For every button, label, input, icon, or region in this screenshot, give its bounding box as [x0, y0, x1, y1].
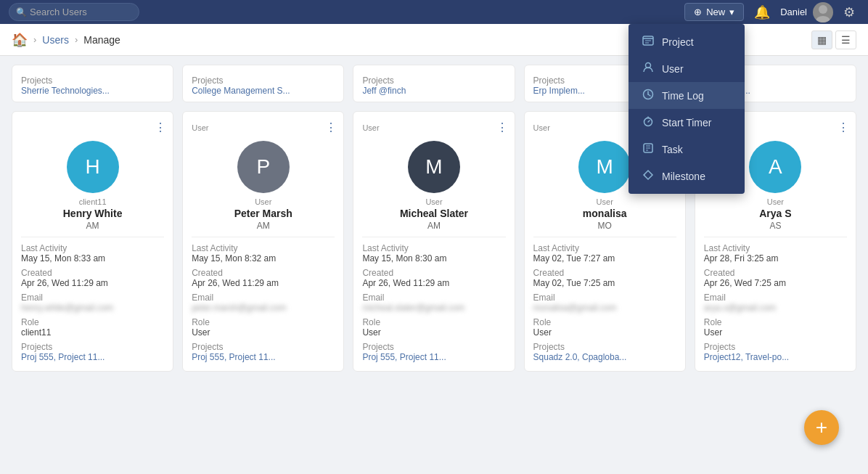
- created-value-henry: Apr 26, Wed 11:29 am: [21, 278, 164, 288]
- projects-value-monalisa: Squadz 2.0, Cpagloba...: [533, 352, 676, 362]
- created-label-monalisa: Created: [533, 268, 676, 278]
- card-name-peter: Peter Marsh: [192, 208, 335, 219]
- card-name-micheal: Micheal Slater: [362, 208, 505, 219]
- settings-button[interactable]: ⚙: [839, 4, 859, 20]
- breadcrumb-sep-1: ›: [33, 34, 36, 45]
- email-value-micheal: micheal.slater@gmail.com: [362, 303, 505, 313]
- dropdown-item-milestone[interactable]: Milestone: [629, 163, 745, 189]
- dropdown-item-user[interactable]: User: [629, 55, 745, 82]
- user-icon: [642, 62, 655, 75]
- svg-point-0: [819, 5, 827, 14]
- dropdown-item-task[interactable]: Task: [629, 136, 745, 163]
- fab-plus-icon: +: [816, 416, 827, 439]
- role-label-peter: Role: [192, 317, 335, 327]
- card-avatar-peter: P: [237, 141, 290, 193]
- timelog-icon: [642, 89, 655, 102]
- card-menu-henry[interactable]: ⋮: [155, 120, 167, 134]
- dropdown-item-project[interactable]: Project: [629, 28, 745, 55]
- dropdown-item-timelog[interactable]: Time Log: [629, 82, 745, 109]
- fab-add-button[interactable]: +: [804, 410, 839, 445]
- chevron-down-icon: ▾: [729, 7, 734, 17]
- email-value-peter: peter.marsh@gmail.com: [192, 303, 335, 313]
- list-view-button[interactable]: ☰: [835, 30, 856, 49]
- card-name-arya: Arya S: [704, 208, 847, 219]
- milestone-icon: [642, 169, 655, 183]
- created-label-henry: Created: [21, 268, 164, 278]
- breadcrumb-manage: Manage: [83, 34, 120, 46]
- projects-label-arya: Projects: [704, 342, 847, 352]
- role-value-henry: client11: [21, 327, 164, 338]
- user-card-micheal[interactable]: User ⋮ M User Micheal Slater AM Last Act…: [353, 111, 515, 372]
- projects-label-micheal: Projects: [362, 342, 505, 352]
- top-card-label-2: Projects: [362, 75, 505, 86]
- task-icon: [642, 142, 655, 156]
- new-dropdown-menu: Project User Time Log: [629, 24, 745, 194]
- bell-icon: 🔔: [754, 4, 770, 20]
- user-name: Daniel: [780, 7, 807, 17]
- card-menu-arya[interactable]: ⋮: [838, 120, 850, 134]
- role-value-monalisa: User: [533, 327, 676, 338]
- dropdown-item-timelog-label: Time Log: [662, 90, 704, 102]
- top-card-2: Projects Jeff @finch: [353, 65, 515, 102]
- role-label-henry: Role: [21, 317, 164, 327]
- created-label-micheal: Created: [362, 268, 505, 278]
- card-menu-micheal[interactable]: ⋮: [496, 120, 509, 134]
- top-card-value-1: College Management S...: [192, 86, 335, 96]
- avatar[interactable]: [813, 2, 833, 23]
- role-value-peter: User: [192, 327, 335, 338]
- user-card-peter[interactable]: User ⋮ P User Peter Marsh AM Last Activi…: [182, 111, 344, 372]
- created-value-peter: Apr 26, Wed 11:29 am: [192, 278, 335, 288]
- top-card-1: Projects College Management S...: [182, 65, 344, 102]
- notification-button[interactable]: 🔔: [750, 4, 774, 20]
- top-card-0: Projects Sherrie Technologies...: [12, 65, 173, 102]
- gear-icon: ⚙: [843, 4, 855, 20]
- projects-label-monalisa: Projects: [533, 342, 676, 352]
- breadcrumb-sep-2: ›: [75, 34, 78, 45]
- new-button[interactable]: ⊕ New ▾: [684, 3, 744, 21]
- breadcrumb-users[interactable]: Users: [42, 34, 69, 46]
- starttimer-icon: [642, 115, 655, 129]
- card-sub-label-henry: client11: [21, 197, 164, 206]
- user-card-henry[interactable]: ⋮ H client11 Henry White AM Last Activit…: [12, 111, 173, 372]
- dropdown-item-starttimer-label: Start Timer: [662, 117, 711, 128]
- last-activity-value-monalisa: May 02, Tue 7:27 am: [533, 253, 676, 263]
- search-input[interactable]: [9, 3, 139, 21]
- card-initials-monalisa: MO: [533, 221, 676, 237]
- top-card-value-0: Sherrie Technologies...: [21, 86, 164, 96]
- card-view-button[interactable]: ▦: [811, 30, 832, 49]
- svg-line-9: [648, 94, 650, 96]
- last-activity-value-micheal: May 15, Mon 8:30 am: [362, 253, 505, 263]
- card-menu-peter[interactable]: ⋮: [325, 120, 337, 134]
- dropdown-item-starttimer[interactable]: Start Timer: [629, 109, 745, 136]
- role-label-micheal: Role: [362, 317, 505, 327]
- top-card-value-2: Jeff @finch: [362, 86, 505, 96]
- card-avatar-monalisa: M: [578, 141, 631, 193]
- email-label-henry: Email: [21, 293, 164, 303]
- card-name-henry: Henry White: [21, 208, 164, 219]
- email-value-monalisa: monalisa@gmail.com: [533, 303, 676, 313]
- projects-label-henry: Projects: [21, 342, 164, 352]
- role-value-micheal: User: [362, 327, 505, 338]
- card-sub-label-arya: User: [704, 197, 847, 206]
- card-sub-label-monalisa: User: [533, 197, 676, 206]
- dropdown-item-project-label: Project: [662, 36, 694, 48]
- created-label-peter: Created: [192, 268, 335, 278]
- role-label-monalisa: Role: [533, 317, 676, 327]
- last-activity-value-arya: Apr 28, Fri 3:25 am: [704, 253, 847, 263]
- created-label-arya: Created: [704, 268, 847, 278]
- role-label-arya: Role: [704, 317, 847, 327]
- created-value-monalisa: May 02, Tue 7:25 am: [533, 278, 676, 288]
- role-value-arya: User: [704, 327, 847, 338]
- projects-value-arya: Project12, Travel-po...: [704, 352, 847, 362]
- card-avatar-micheal: M: [408, 141, 460, 193]
- home-icon[interactable]: 🏠: [12, 32, 28, 48]
- last-activity-label-arya: Last Activity: [704, 243, 847, 253]
- email-label-arya: Email: [704, 293, 847, 303]
- svg-line-12: [648, 120, 650, 122]
- search-wrapper: 🔍: [9, 3, 139, 21]
- dropdown-item-user-label: User: [662, 63, 684, 75]
- card-name-monalisa: monalisa: [533, 208, 676, 219]
- card-initials-arya: AS: [704, 221, 847, 237]
- projects-label-peter: Projects: [192, 342, 335, 352]
- created-value-micheal: Apr 26, Wed 11:29 am: [362, 278, 505, 288]
